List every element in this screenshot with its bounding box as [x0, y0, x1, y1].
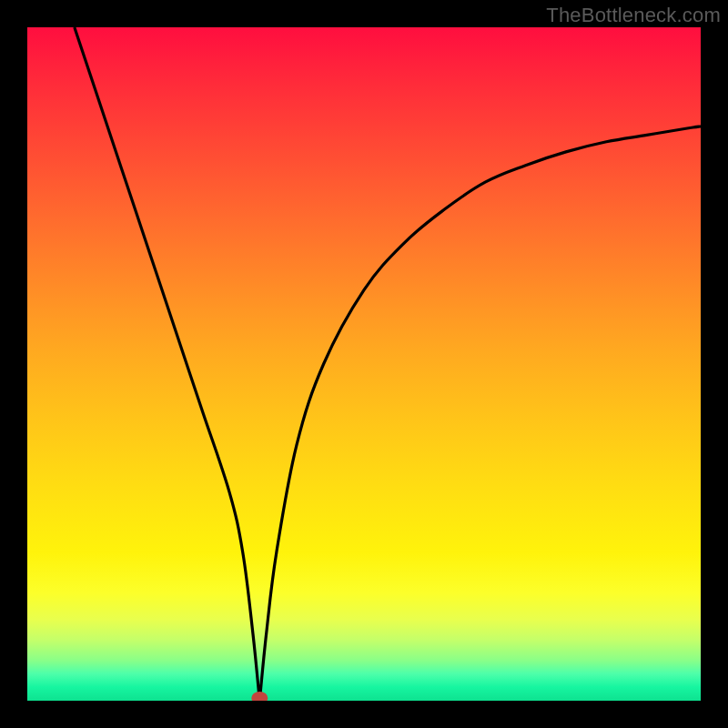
curve-layer: [27, 27, 701, 701]
bottleneck-curve: [75, 27, 701, 701]
optimal-point-marker: [251, 692, 268, 701]
watermark-text: TheBottleneck.com: [546, 4, 721, 27]
plot-area: [27, 27, 701, 701]
chart-frame: TheBottleneck.com: [0, 0, 728, 728]
